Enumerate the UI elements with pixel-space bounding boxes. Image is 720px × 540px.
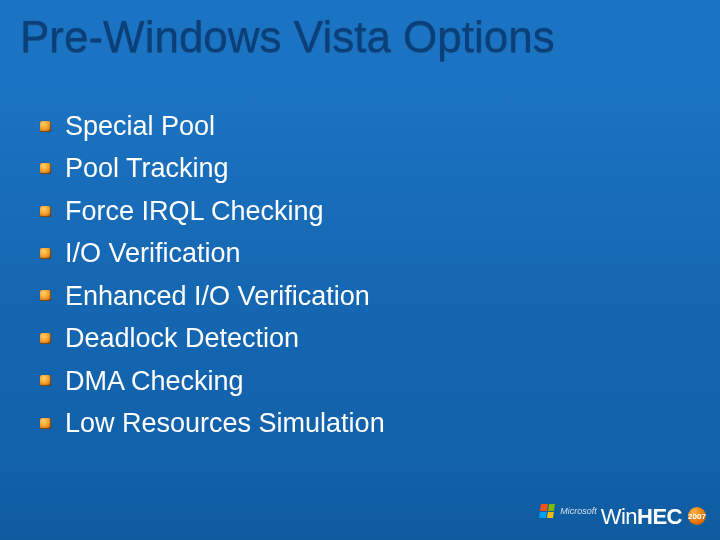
list-item-label: I/O Verification: [65, 235, 241, 271]
list-item: I/O Verification: [40, 235, 385, 271]
list-item: Pool Tracking: [40, 150, 385, 186]
list-item-label: DMA Checking: [65, 363, 244, 399]
list-item-label: Pool Tracking: [65, 150, 229, 186]
slide-title: Pre-Windows Vista Options: [20, 12, 555, 62]
bullet-icon: [40, 375, 51, 386]
list-item: Deadlock Detection: [40, 320, 385, 356]
list-item-label: Force IRQL Checking: [65, 193, 324, 229]
list-item-label: Low Resources Simulation: [65, 405, 385, 441]
bullet-icon: [40, 248, 51, 259]
list-item: DMA Checking: [40, 363, 385, 399]
options-list: Special Pool Pool Tracking Force IRQL Ch…: [40, 108, 385, 448]
list-item-label: Deadlock Detection: [65, 320, 299, 356]
year-badge: 2007: [688, 507, 706, 525]
list-item: Enhanced I/O Verification: [40, 278, 385, 314]
bullet-icon: [40, 121, 51, 132]
bullet-icon: [40, 206, 51, 217]
winhec-logo: WinHEC: [601, 504, 682, 530]
footer-logo: Microsoft WinHEC 2007: [540, 504, 706, 530]
logo-win: Win: [601, 504, 637, 530]
bullet-icon: [40, 333, 51, 344]
logo-hec: HEC: [637, 504, 682, 530]
brand-prefix: Microsoft: [560, 506, 597, 516]
bullet-icon: [40, 290, 51, 301]
microsoft-flag-icon: [539, 504, 555, 518]
list-item: Special Pool: [40, 108, 385, 144]
bullet-icon: [40, 163, 51, 174]
list-item-label: Enhanced I/O Verification: [65, 278, 370, 314]
list-item-label: Special Pool: [65, 108, 215, 144]
list-item: Force IRQL Checking: [40, 193, 385, 229]
bullet-icon: [40, 418, 51, 429]
list-item: Low Resources Simulation: [40, 405, 385, 441]
